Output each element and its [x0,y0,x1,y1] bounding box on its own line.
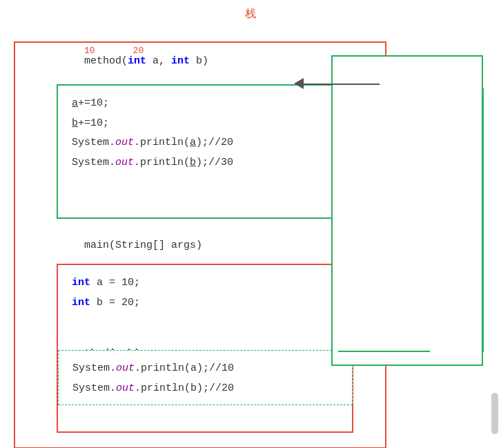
connector-horizontal [338,351,430,352]
main-line-2: int b = 20; [72,293,338,313]
method-signature: method(int a, int b) [84,55,208,67]
dashed-code: System.out.println(a);//10 System.out.pr… [59,351,352,407]
method-body-box: a+=10; b+=10; System.out.println(a);//20… [57,84,346,219]
param-num-2: 20 [133,46,144,56]
main-label: main(String[] args) [84,240,202,251]
code-line-4: System.out.println(b);//30 [72,153,331,173]
main-body-box: int a = 10; int b = 20; 10 20 method(a,b… [57,264,353,433]
code-line-2: b+=10; [72,114,331,134]
outer-green-frame [331,55,483,366]
arrow-shaft [298,84,380,85]
scrollbar[interactable] [491,393,498,434]
page-title: 栈 [0,7,501,21]
main-line-1: int a = 10; [72,273,338,293]
method-code: a+=10; b+=10; System.out.println(a);//20… [58,86,345,181]
code-line-3: System.out.println(a);//20 [72,133,331,153]
code-line-1: a+=10; [72,94,331,114]
outer-red-frame: 1020 method(int a, int b) a+=10; b+=10; … [14,41,386,448]
arrow-container [298,84,380,85]
connector-vertical [482,88,484,352]
param-numbers: 1020 [84,46,144,56]
keyword-int-b: int [171,55,190,67]
main-code: int a = 10; int b = 20; [58,265,352,321]
dashed-line-2: System.out.println(b);//20 [72,379,338,399]
param-num-1: 10 [84,46,95,56]
dashed-highlight-box: System.out.println(a);//10 System.out.pr… [58,350,353,405]
keyword-int-a: int [128,55,146,67]
arrow-head [294,78,304,89]
dashed-line-1: System.out.println(a);//10 [72,359,338,379]
